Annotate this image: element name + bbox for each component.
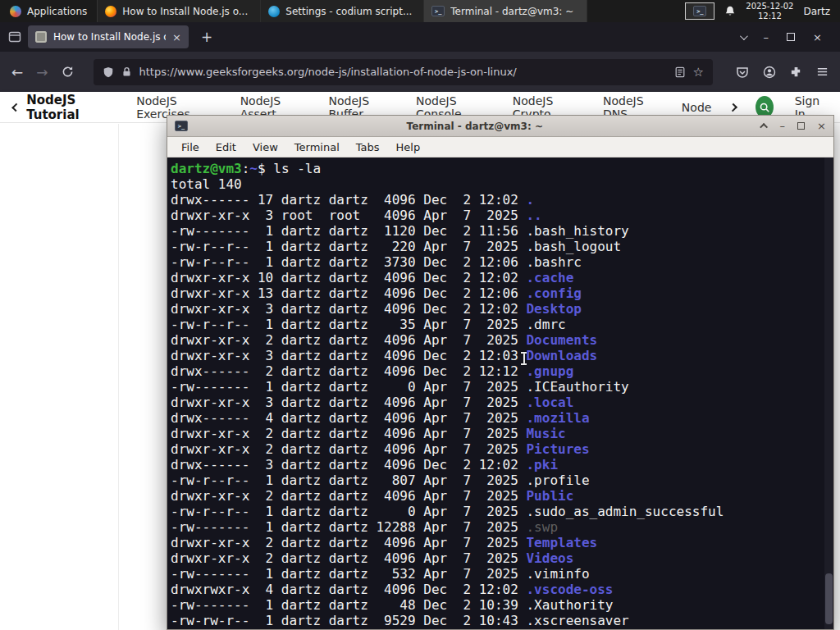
file-name: Public: [526, 488, 573, 504]
file-meta: -rw------- 1 dartz dartz 12288 Apr 7 202…: [171, 519, 526, 535]
file-name: Desktop: [526, 301, 581, 317]
file-name: .cache: [526, 270, 573, 285]
chevron-right-icon[interactable]: [729, 103, 738, 112]
tab-close-icon[interactable]: ×: [172, 31, 181, 43]
taskbar-window-label: Terminal - dartz@vm3: ~: [450, 6, 573, 17]
window-restore-button[interactable]: [787, 33, 795, 41]
terminal-line: drwxr-xr-x 3 dartz dartz 4096 Dec 2 12:0…: [171, 301, 820, 317]
minimize-button[interactable]: –: [780, 120, 786, 132]
account-icon[interactable]: [763, 66, 776, 79]
maximize-button[interactable]: [797, 122, 805, 130]
browser-toolbar: ← → https://www.geeksforgeeks.org/node-j…: [0, 52, 840, 92]
menu-edit[interactable]: Edit: [208, 139, 244, 155]
menu-tabs[interactable]: Tabs: [349, 139, 387, 155]
close-button[interactable]: ×: [817, 120, 826, 132]
tab-title: How to Install Node.js on: [53, 31, 166, 43]
terminal-line: drwx------ 17 dartz dartz 4096 Dec 2 12:…: [171, 192, 820, 208]
file-meta: -rw-r--r-- 1 dartz dartz 35 Apr 7 2025: [171, 317, 526, 332]
forward-button[interactable]: →: [36, 64, 48, 80]
terminal-scrollbar[interactable]: [824, 158, 833, 629]
file-meta: -rw-r--r-- 1 dartz dartz 807 Apr 7 2025: [171, 472, 526, 488]
terminal-line: drwxr-xr-x 2 dartz dartz 4096 Apr 7 2025…: [171, 535, 820, 550]
terminal-output: drwx------ 17 dartz dartz 4096 Dec 2 12:…: [171, 192, 820, 628]
browser-tab-strip: How to Install Node.js on × + – ×: [0, 22, 840, 52]
terminal-prompt-line: dartz@vm3:~$ ls -la: [171, 161, 820, 176]
file-meta: drwxr-xr-x 3 dartz dartz 4096 Dec 2 12:0…: [171, 301, 526, 317]
terminal-line: -rw------- 1 dartz dartz 12288 Apr 7 202…: [171, 519, 820, 535]
terminal-body[interactable]: dartz@vm3:~$ ls -la total 140 drwx------…: [167, 158, 833, 629]
file-meta: drwxr-xr-x 2 dartz dartz 4096 Apr 7 2025: [171, 441, 526, 457]
terminal-line: drwxr-xr-x 13 dartz dartz 4096 Dec 2 12:…: [171, 285, 820, 301]
taskbar-window-codium[interactable]: Settings - codium script...: [261, 0, 424, 22]
nav-item-tutorial[interactable]: NodeJS Tutorial: [13, 93, 117, 122]
shade-window-icon[interactable]: [760, 123, 768, 131]
notification-bell-icon[interactable]: [724, 5, 736, 17]
tracking-shield-icon[interactable]: [103, 66, 114, 78]
taskbar: Applications How to Install Node.js o...…: [0, 0, 840, 22]
nav-item-overflow[interactable]: Node: [682, 101, 712, 114]
chevron-left-icon[interactable]: [11, 103, 21, 112]
terminal-line: drwxr-xr-x 3 root root 4096 Apr 7 2025 .…: [171, 208, 820, 223]
file-meta: -rw-r--r-- 1 dartz dartz 220 Apr 7 2025: [171, 239, 526, 254]
tray-terminal-indicator[interactable]: >_: [685, 2, 714, 20]
back-button[interactable]: ←: [11, 64, 23, 80]
distro-logo-icon: [10, 6, 21, 17]
reader-view-icon[interactable]: [674, 66, 686, 78]
file-meta: -rw------- 1 dartz dartz 1120 Dec 2 11:5…: [171, 223, 526, 239]
taskbar-window-label: How to Install Node.js o...: [122, 6, 248, 17]
extensions-icon[interactable]: [790, 66, 802, 78]
menu-help[interactable]: Help: [389, 139, 428, 155]
taskbar-window-firefox[interactable]: How to Install Node.js o...: [98, 0, 261, 22]
lock-icon[interactable]: [121, 66, 132, 77]
file-name: .pki: [526, 457, 558, 472]
terminal-line: drwxr-xr-x 2 dartz dartz 4096 Apr 7 2025…: [171, 550, 820, 566]
file-name: .ICEauthority: [526, 379, 628, 395]
prompt-separator: :: [242, 161, 250, 176]
terminal-line: drwxr-xr-x 10 dartz dartz 4096 Dec 2 12:…: [171, 270, 820, 285]
file-meta: drwxr-xr-x 13 dartz dartz 4096 Dec 2 12:…: [171, 285, 526, 301]
terminal-window-title: Terminal - dartz@vm3: ~: [194, 121, 756, 132]
applications-menu-button[interactable]: Applications: [0, 0, 98, 22]
terminal-line: drwxr-xr-x 2 dartz dartz 4096 Apr 7 2025…: [171, 332, 820, 348]
url-bar[interactable]: https://www.geeksforgeeks.org/node-js/in…: [94, 59, 714, 85]
file-name: Videos: [526, 550, 573, 566]
file-meta: drwxr-xr-x 3 dartz dartz 4096 Apr 7 2025: [171, 395, 526, 410]
menu-terminal[interactable]: Terminal: [287, 139, 347, 155]
user-menu[interactable]: Dartz: [803, 6, 833, 17]
file-meta: drwxr-xr-x 3 root root 4096 Apr 7 2025: [171, 208, 526, 223]
list-tabs-icon[interactable]: [740, 32, 748, 40]
taskbar-window-terminal[interactable]: >_ Terminal - dartz@vm3: ~: [424, 0, 587, 22]
terminal-line: drwx------ 4 dartz dartz 4096 Apr 7 2025…: [171, 410, 820, 426]
file-meta: drwx------ 4 dartz dartz 4096 Apr 7 2025: [171, 410, 526, 426]
menu-hamburger-icon[interactable]: [816, 66, 829, 78]
reload-button[interactable]: [62, 66, 74, 78]
browser-tab[interactable]: How to Install Node.js on ×: [28, 25, 189, 48]
file-meta: drwxr-xr-x 2 dartz dartz 4096 Apr 7 2025: [171, 488, 526, 504]
terminal-titlebar[interactable]: >_ Terminal - dartz@vm3: ~ – ×: [167, 116, 833, 137]
file-meta: drwx------ 17 dartz dartz 4096 Dec 2 12:…: [171, 192, 526, 208]
terminal-line: -rw------- 1 dartz dartz 48 Dec 2 10:39 …: [171, 597, 820, 613]
file-meta: drwxr-xr-x 2 dartz dartz 4096 Apr 7 2025: [171, 332, 526, 348]
terminal-icon: >_: [431, 6, 445, 16]
bookmark-star-icon[interactable]: ☆: [693, 65, 704, 80]
file-name: .profile: [526, 472, 589, 488]
terminal-scrollbar-thumb[interactable]: [825, 573, 833, 624]
file-name: .xscreensaver: [526, 613, 628, 628]
file-name: .vscode-oss: [526, 582, 613, 597]
file-name: .swp: [526, 519, 558, 535]
pocket-icon[interactable]: [736, 66, 749, 79]
window-close-button[interactable]: ×: [813, 31, 822, 43]
menu-file[interactable]: File: [174, 139, 207, 155]
prompt-user-host: dartz@vm3: [171, 161, 242, 176]
file-name: .local: [526, 395, 573, 410]
file-name: .dmrc: [526, 317, 565, 332]
menu-view[interactable]: View: [245, 139, 285, 155]
file-name: .bashrc: [526, 254, 581, 270]
new-tab-button[interactable]: +: [195, 29, 218, 45]
firefox-view-icon[interactable]: [8, 30, 21, 43]
search-icon: [759, 102, 770, 113]
file-name: .: [526, 192, 534, 208]
terminal-line: drwxr-xr-x 3 dartz dartz 4096 Dec 2 12:0…: [171, 348, 820, 363]
window-minimize-button[interactable]: –: [764, 31, 769, 43]
clock[interactable]: 2025-12-02 12:12: [746, 2, 793, 21]
